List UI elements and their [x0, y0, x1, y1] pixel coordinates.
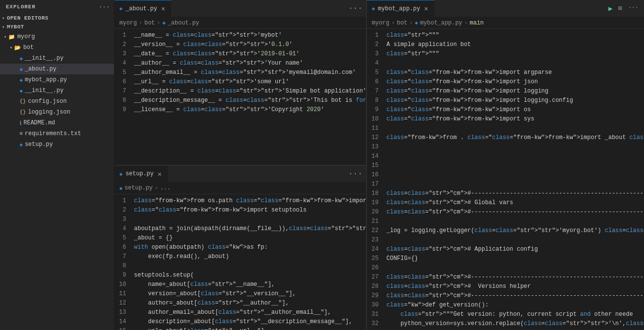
- code-line: 6class="class="from-kw">from-kw">import …: [367, 77, 644, 87]
- code-line: 12class="from-kw">from . class="class="f…: [367, 133, 644, 142]
- line-content: __url__ = class=class="str">"str">'some …: [134, 77, 366, 87]
- tree-item-myorg[interactable]: ▾ 📁 myorg: [0, 31, 114, 42]
- line-content: __author_email__ = class=class="str">"st…: [134, 68, 366, 77]
- line-content: class="class="from-kw">from-kw">import l…: [386, 87, 644, 96]
- split-editor-icon[interactable]: ⊞: [617, 3, 624, 14]
- tree-item-init2-py[interactable]: ◈ __init__.py: [0, 85, 114, 96]
- line-number: 7: [367, 87, 386, 96]
- left-top-tab-bar: ◈ _about.py ✕ ···: [114, 0, 366, 17]
- line-number: 30: [367, 301, 386, 310]
- line-content: description=_about[class="str">"__descri…: [134, 317, 366, 327]
- tab-more-button[interactable]: ···: [344, 4, 366, 13]
- code-line: 3class="str">""": [367, 49, 644, 59]
- chevron-icon: ▾: [2, 16, 5, 21]
- breadcrumb-file: mybot_app.py: [420, 20, 462, 26]
- line-number: 20: [367, 208, 386, 217]
- line-number: 14: [114, 317, 134, 327]
- breadcrumb-sep2: ›: [157, 20, 160, 26]
- tree-item-config-json[interactable]: {} config.json: [0, 96, 114, 107]
- tree-item-mybot-app-py[interactable]: ◈ mybot_app.py: [0, 74, 114, 85]
- python-icon: ◈: [119, 5, 123, 12]
- run-icon[interactable]: ▶: [607, 3, 614, 14]
- code-line: 13: [367, 142, 644, 152]
- code-line: 14 description=_about[class="str">"__des…: [114, 317, 366, 327]
- line-content: __description__ = class=class="str">"str…: [134, 87, 366, 96]
- code-line: 21: [367, 217, 644, 226]
- md-file-icon: ℹ: [20, 120, 22, 126]
- code-line: 8class="class="from-kw">from-kw">import …: [367, 96, 644, 105]
- line-content: __date__ = class=class="str">"str">'2019…: [134, 49, 366, 59]
- tree-item-bot[interactable]: ▾ 📂 bot: [0, 42, 114, 53]
- line-content: class="class="from-kw">from-kw">import s…: [134, 206, 366, 215]
- line-content: class=class="str">"cm">#----------------…: [386, 189, 644, 198]
- code-line: 6__url__ = class=class="str">"str">'some…: [114, 77, 366, 87]
- sidebar-header-icons: ···: [99, 4, 110, 10]
- line-content: __license__ = class=class="str">"str">'C…: [134, 105, 366, 115]
- line-number: 11: [367, 124, 386, 133]
- setup-py-label: setup.py: [25, 141, 53, 148]
- code-line: 31 class="str">"""Get version: python, c…: [367, 310, 644, 319]
- right-breadcrumb: myorg › bot › ◈ mybot_app.py › main: [367, 17, 644, 29]
- tab-mybot-app-label: mybot_app.py: [378, 5, 420, 12]
- line-number: 22: [367, 226, 386, 236]
- tab-close-button[interactable]: ✕: [156, 170, 162, 178]
- code-line: 10 name=_about[class="str">"__name__"],: [114, 280, 366, 289]
- breadcrumb-myorg: myorg: [372, 20, 389, 26]
- open-editors-header[interactable]: ▾ OPEN EDITORS: [0, 14, 114, 23]
- mybot-section: ▾ MYBOT ▾ 📁 myorg ▾ 📂 bot ◈ __init__.py …: [0, 23, 114, 150]
- editor-area: ◈ _about.py ✕ ··· myorg › bot › ◈ _about…: [114, 0, 644, 330]
- line-number: 3: [114, 49, 134, 59]
- code-line: 7class="class="from-kw">from-kw">import …: [367, 87, 644, 96]
- tree-item-readme-md[interactable]: ℹ README.md: [0, 118, 114, 128]
- line-content: author=_about[class="str">"__author__"],: [134, 299, 366, 308]
- line-number: 3: [114, 215, 134, 224]
- left-bottom-breadcrumb: ◈ setup.py › ...: [114, 183, 366, 194]
- line-number: 6: [114, 243, 134, 252]
- tree-item-about-py[interactable]: ◈ _about.py: [0, 64, 114, 74]
- line-number: 4: [367, 59, 386, 68]
- line-number: 4: [114, 59, 134, 68]
- left-bottom-code-editor[interactable]: 1class="from-kw">from os.path class="cla…: [114, 194, 366, 330]
- line-number: 2: [114, 206, 134, 215]
- tab-more-button[interactable]: ···: [344, 169, 366, 178]
- breadcrumb-setup: setup.py: [125, 185, 153, 191]
- code-line: 23: [367, 236, 644, 245]
- right-code-editor[interactable]: 1class="str">"""2A simple application bo…: [367, 29, 644, 330]
- line-number: 6: [114, 77, 134, 87]
- code-line: 8__description_message__ = class=class="…: [114, 96, 366, 105]
- code-line: 25CONFIG={}: [367, 254, 644, 263]
- tab-mybot-app[interactable]: ◈ mybot_app.py ✕: [367, 0, 434, 17]
- more-actions-icon[interactable]: ···: [626, 3, 640, 14]
- sidebar-title: EXPLORER: [6, 4, 36, 10]
- tree-item-setup-py[interactable]: ◈ setup.py: [0, 139, 114, 150]
- ellipsis-icon[interactable]: ···: [99, 4, 110, 10]
- code-line: 4aboutpath = join(abspath(dirname(__file…: [114, 224, 366, 234]
- line-content: class=class="str">"cm">#----------------…: [386, 291, 644, 301]
- tree-item-requirements-txt[interactable]: ≡ requirements.txt: [0, 128, 114, 139]
- left-editor-pane: ◈ _about.py ✕ ··· myorg › bot › ◈ _about…: [114, 0, 367, 330]
- tab-about-py[interactable]: ◈ _about.py ✕: [114, 0, 172, 17]
- line-number: 5: [114, 234, 134, 243]
- code-line: 16: [367, 170, 644, 180]
- code-line: 28class=class="str">"cm"># Versions help…: [367, 282, 644, 291]
- code-line: 5_about = {}: [114, 234, 366, 243]
- json-file-icon: {}: [20, 109, 26, 115]
- line-number: 9: [114, 271, 134, 280]
- line-content: class=class="str">"cm"># Versions helper: [386, 282, 644, 291]
- tab-close-button[interactable]: ✕: [423, 4, 429, 13]
- left-top-code-editor[interactable]: 1__name__ = class=class="str">"str">'myb…: [114, 29, 366, 165]
- left-top-editor-wrapper: 1__name__ = class=class="str">"str">'myb…: [114, 29, 366, 165]
- readme-md-label: README.md: [23, 119, 55, 126]
- line-number: 17: [367, 180, 386, 189]
- open-editors-label: OPEN EDITORS: [7, 15, 48, 21]
- tree-item-logging-json[interactable]: {} logging.json: [0, 107, 114, 118]
- breadcrumb-bot: bot: [144, 20, 155, 26]
- line-content: _log = logging.getLogger(class=class="st…: [386, 226, 644, 236]
- tab-setup-py[interactable]: ◈ setup.py ✕: [114, 165, 168, 183]
- code-line: 29class=class="str">"cm">#--------------…: [367, 291, 644, 301]
- line-number: 26: [367, 263, 386, 273]
- mybot-header[interactable]: ▾ MYBOT: [0, 23, 114, 31]
- line-number: 1: [114, 196, 134, 206]
- tree-item-init-py[interactable]: ◈ __init__.py: [0, 53, 114, 64]
- tab-close-button[interactable]: ✕: [160, 4, 166, 13]
